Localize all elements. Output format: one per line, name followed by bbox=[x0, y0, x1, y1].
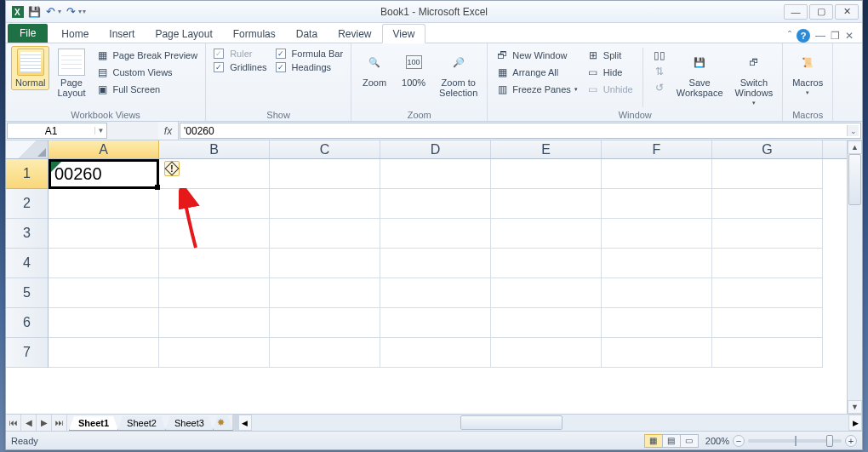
col-header-d[interactable]: D bbox=[380, 140, 491, 158]
split-button[interactable]: ⊞Split bbox=[584, 48, 636, 63]
scroll-right-icon[interactable]: ▶ bbox=[848, 415, 862, 431]
sheet-nav-last-icon[interactable]: ⏭ bbox=[52, 415, 67, 431]
sheet-tab-2[interactable]: Sheet2 bbox=[117, 416, 166, 431]
gridlines-checkbox[interactable]: Gridlines bbox=[211, 61, 269, 73]
col-header-b[interactable]: B bbox=[159, 140, 270, 158]
zoom-slider[interactable] bbox=[748, 439, 842, 443]
minimize-ribbon-icon[interactable]: ˆ bbox=[788, 30, 791, 42]
title-bar: X 💾 ↶▾ ↷▾ ▾ Book1 - Microsoft Excel — ▢ … bbox=[6, 1, 862, 23]
macros-button[interactable]: 📜Macros▾ bbox=[788, 46, 827, 99]
tab-view[interactable]: View bbox=[382, 24, 426, 43]
tab-formulas[interactable]: Formulas bbox=[223, 25, 286, 43]
qat-customize-icon[interactable]: ▾ bbox=[83, 8, 86, 15]
zoom-button[interactable]: 🔍Zoom bbox=[357, 46, 392, 90]
expand-formula-bar-icon[interactable]: ⌄ bbox=[847, 125, 859, 136]
group-window: 🗗New Window ▦Arrange All ▥Freeze Panes ▾… bbox=[488, 43, 783, 121]
minimize-button[interactable]: — bbox=[784, 4, 808, 20]
zoom-level[interactable]: 200% bbox=[705, 436, 729, 446]
scroll-left-icon[interactable]: ◀ bbox=[238, 415, 252, 431]
col-header-g[interactable]: G bbox=[712, 140, 823, 158]
switch-windows-button[interactable]: 🗗Switch Windows▾ bbox=[731, 46, 778, 109]
help-icon[interactable]: ? bbox=[797, 29, 810, 43]
new-window-button[interactable]: 🗗New Window bbox=[493, 48, 580, 63]
select-all-corner[interactable] bbox=[6, 140, 49, 158]
row-header-4[interactable]: 4 bbox=[6, 249, 48, 278]
view-page-layout-icon[interactable]: ▤ bbox=[662, 434, 681, 448]
formula-bar-checkbox[interactable]: Formula Bar bbox=[273, 48, 346, 60]
tab-home[interactable]: Home bbox=[51, 25, 99, 43]
close-button[interactable]: ✕ bbox=[835, 4, 859, 20]
full-screen-button[interactable]: ▣Full Screen bbox=[93, 82, 200, 97]
workbook-restore-icon[interactable]: ❐ bbox=[831, 30, 840, 42]
formula-input[interactable]: '00260⌄ bbox=[180, 123, 861, 139]
page-layout-view-button[interactable]: Page Layout bbox=[53, 46, 89, 100]
vscroll-thumb[interactable] bbox=[848, 154, 861, 205]
view-page-break-icon[interactable]: ▭ bbox=[680, 434, 699, 448]
col-header-e[interactable]: E bbox=[491, 140, 602, 158]
ruler-checkbox[interactable]: Ruler bbox=[211, 48, 269, 60]
horizontal-scrollbar[interactable]: ◀ ▶ bbox=[232, 415, 862, 431]
sheet-tab-bar: ⏮ ◀ ▶ ⏭ Sheet1 Sheet2 Sheet3 ✸ ◀ ▶ bbox=[6, 414, 862, 431]
save-icon[interactable]: 💾 bbox=[27, 5, 41, 19]
status-bar: Ready ▦ ▤ ▭ 200% − + bbox=[6, 431, 862, 449]
col-header-c[interactable]: C bbox=[270, 140, 380, 158]
headings-checkbox[interactable]: Headings bbox=[273, 61, 346, 73]
tab-data[interactable]: Data bbox=[286, 25, 328, 43]
row-headers: 1 2 3 4 5 6 7 bbox=[6, 159, 49, 368]
save-workspace-button[interactable]: 💾Save Workspace bbox=[672, 46, 728, 100]
error-trace-button[interactable]: ! bbox=[164, 161, 180, 176]
hide-button[interactable]: ▭Hide bbox=[584, 65, 636, 80]
sync-scroll-button[interactable]: ⇅ bbox=[650, 64, 669, 79]
redo-icon[interactable]: ↷ bbox=[64, 5, 77, 19]
page-break-preview-button[interactable]: ▦Page Break Preview bbox=[93, 48, 200, 63]
row-header-7[interactable]: 7 bbox=[6, 338, 48, 368]
name-box[interactable]: A1▼ bbox=[7, 123, 107, 139]
tab-file[interactable]: File bbox=[8, 24, 48, 43]
view-normal-icon[interactable]: ▦ bbox=[644, 434, 663, 448]
status-ready: Ready bbox=[11, 436, 38, 446]
sheet-nav-prev-icon[interactable]: ◀ bbox=[21, 415, 37, 431]
quick-access-toolbar: X 💾 ↶▾ ↷▾ ▾ bbox=[6, 5, 91, 19]
vertical-scrollbar[interactable]: ▲ ▼ bbox=[847, 140, 862, 414]
sheet-nav-first-icon[interactable]: ⏮ bbox=[6, 415, 21, 431]
col-header-a[interactable]: A bbox=[49, 140, 159, 158]
hscroll-thumb[interactable] bbox=[460, 415, 562, 430]
cells-grid[interactable]: 00260 ! bbox=[49, 159, 847, 368]
zoom-100-button[interactable]: 100100% bbox=[396, 46, 431, 90]
freeze-panes-button[interactable]: ▥Freeze Panes ▾ bbox=[493, 82, 580, 97]
zoom-in-button[interactable]: + bbox=[845, 435, 857, 447]
sheet-tab-1[interactable]: Sheet1 bbox=[69, 416, 118, 431]
zoom-slider-knob[interactable] bbox=[826, 435, 833, 447]
reset-position-button[interactable]: ↺ bbox=[650, 80, 669, 95]
unhide-button[interactable]: ▭Unhide bbox=[584, 82, 636, 97]
row-header-6[interactable]: 6 bbox=[6, 308, 48, 338]
sheet-tab-3[interactable]: Sheet3 bbox=[165, 416, 214, 431]
workbook-close-icon[interactable]: ✕ bbox=[845, 30, 854, 42]
tab-review[interactable]: Review bbox=[328, 25, 381, 43]
fx-button[interactable]: fx bbox=[158, 122, 179, 140]
undo-icon[interactable]: ↶ bbox=[43, 5, 57, 19]
maximize-button[interactable]: ▢ bbox=[809, 4, 833, 20]
zoom-to-selection-button[interactable]: 🔎Zoom to Selection bbox=[435, 46, 482, 100]
view-side-by-side-button[interactable]: ▯▯ bbox=[650, 48, 669, 63]
zoom-control: 200% − + bbox=[705, 435, 857, 447]
zoom-out-button[interactable]: − bbox=[733, 435, 745, 447]
group-zoom: 🔍Zoom 100100% 🔎Zoom to Selection Zoom bbox=[351, 43, 488, 121]
custom-views-button[interactable]: ▤Custom Views bbox=[93, 65, 200, 80]
row-header-1[interactable]: 1 bbox=[6, 159, 48, 189]
row-header-5[interactable]: 5 bbox=[6, 278, 48, 308]
scroll-down-icon[interactable]: ▼ bbox=[848, 400, 862, 414]
arrange-all-button[interactable]: ▦Arrange All bbox=[493, 65, 580, 80]
col-header-f[interactable]: F bbox=[602, 140, 712, 158]
sheet-nav-next-icon[interactable]: ▶ bbox=[37, 415, 52, 431]
workbook-minimize-icon[interactable]: — bbox=[815, 30, 825, 42]
row-header-3[interactable]: 3 bbox=[6, 219, 48, 249]
group-show: Ruler Gridlines Formula Bar Headings Sho… bbox=[206, 43, 351, 121]
row-header-2[interactable]: 2 bbox=[6, 189, 48, 219]
active-cell[interactable]: 00260 bbox=[49, 159, 159, 189]
tab-insert[interactable]: Insert bbox=[99, 25, 145, 43]
tab-page-layout[interactable]: Page Layout bbox=[145, 25, 222, 43]
normal-view-button[interactable]: Normal bbox=[11, 46, 49, 90]
new-sheet-button[interactable]: ✸ bbox=[213, 415, 233, 431]
scroll-up-icon[interactable]: ▲ bbox=[848, 140, 862, 154]
